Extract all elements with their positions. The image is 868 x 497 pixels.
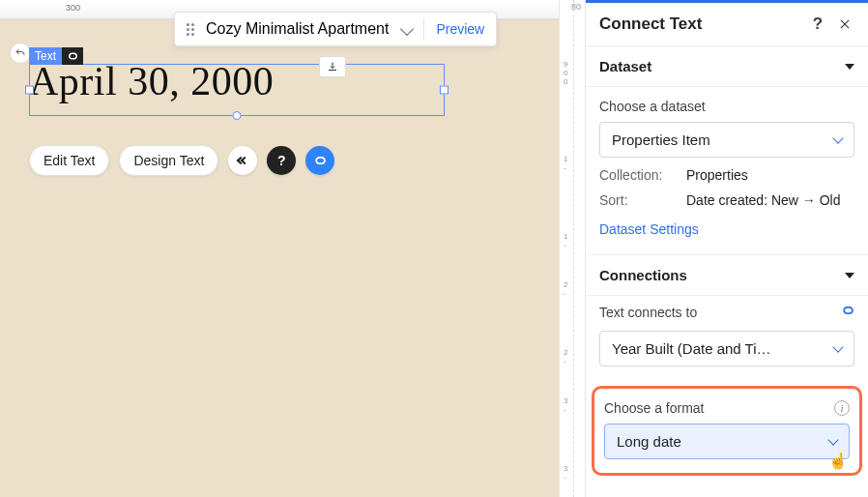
animation-button[interactable] xyxy=(228,146,257,175)
connect-data-button[interactable] xyxy=(305,146,334,175)
resize-handle-left[interactable] xyxy=(25,86,34,95)
collection-value: Properties xyxy=(686,167,748,183)
sort-label: Sort: xyxy=(599,192,686,208)
selection-box xyxy=(29,64,445,116)
field-select[interactable]: Year Built (Date and Ti… xyxy=(599,331,854,366)
dataset-settings-link[interactable]: Dataset Settings xyxy=(599,221,699,237)
panel-header: Connect Text ? xyxy=(586,3,868,46)
connect-text-panel: Connect Text ? Dataset Choose a dataset … xyxy=(586,0,868,497)
chevron-down-icon[interactable] xyxy=(400,22,414,36)
sort-value: Date created: New → Old xyxy=(686,192,841,208)
connected-icon xyxy=(62,47,83,65)
connects-to-label: Text connects to xyxy=(599,305,841,320)
field-select-value: Year Built (Date and Ti… xyxy=(612,340,771,357)
collection-label: Collection: xyxy=(599,167,686,183)
element-tag-label: Text xyxy=(29,47,62,65)
drag-handle-icon[interactable] xyxy=(187,23,194,36)
panel-title: Connect Text xyxy=(599,15,702,34)
format-select[interactable]: Long date xyxy=(604,424,850,459)
format-select-value: Long date xyxy=(617,433,681,450)
editor-canvas[interactable]: Cozy Minimalist Apartment Preview Text A… xyxy=(0,0,559,497)
panel-close-button[interactable] xyxy=(835,15,854,34)
edit-text-button[interactable]: Edit Text xyxy=(29,145,109,176)
element-tag: Text xyxy=(29,47,83,65)
chevron-down-icon xyxy=(832,341,843,352)
choose-dataset-label: Choose a dataset xyxy=(599,99,854,114)
download-icon[interactable] xyxy=(319,56,346,77)
connections-heading: Connections xyxy=(599,267,687,283)
connects-to-row: Text connects to xyxy=(586,296,868,331)
format-highlight-box: Choose a format i Long date xyxy=(592,386,862,476)
undo-button[interactable] xyxy=(10,43,31,64)
design-text-button[interactable]: Design Text xyxy=(119,145,218,176)
page-switcher-bar: Cozy Minimalist Apartment Preview xyxy=(174,12,497,46)
connected-icon xyxy=(841,304,854,321)
resize-handle-right[interactable] xyxy=(440,86,448,95)
format-label: Choose a format xyxy=(604,400,834,416)
info-icon[interactable]: i xyxy=(834,400,850,416)
ruler-mark: 80 xyxy=(571,2,581,12)
dataset-heading: Dataset xyxy=(599,58,651,74)
chevron-down-icon xyxy=(827,434,838,445)
help-button[interactable]: ? xyxy=(267,146,296,175)
floating-toolbar: Edit Text Design Text ? xyxy=(29,145,334,176)
dataset-select[interactable]: Properties Item xyxy=(599,122,854,158)
chevron-down-icon xyxy=(845,273,854,278)
ruler-vertical: 80 900 1- 1- 2- 2- 3- 3- xyxy=(559,0,586,497)
separator xyxy=(423,18,424,40)
dataset-select-value: Properties Item xyxy=(612,132,710,148)
connections-section-header[interactable]: Connections xyxy=(586,255,868,296)
preview-button[interactable]: Preview xyxy=(436,21,484,37)
rotate-handle[interactable] xyxy=(233,111,242,120)
panel-help-button[interactable]: ? xyxy=(808,15,827,34)
dataset-section-body: Choose a dataset Properties Item Collect… xyxy=(586,87,868,255)
chevron-down-icon xyxy=(845,64,854,70)
dataset-section-header[interactable]: Dataset xyxy=(586,46,868,87)
page-title[interactable]: Cozy Minimalist Apartment xyxy=(206,20,389,38)
chevron-down-icon xyxy=(832,132,843,143)
